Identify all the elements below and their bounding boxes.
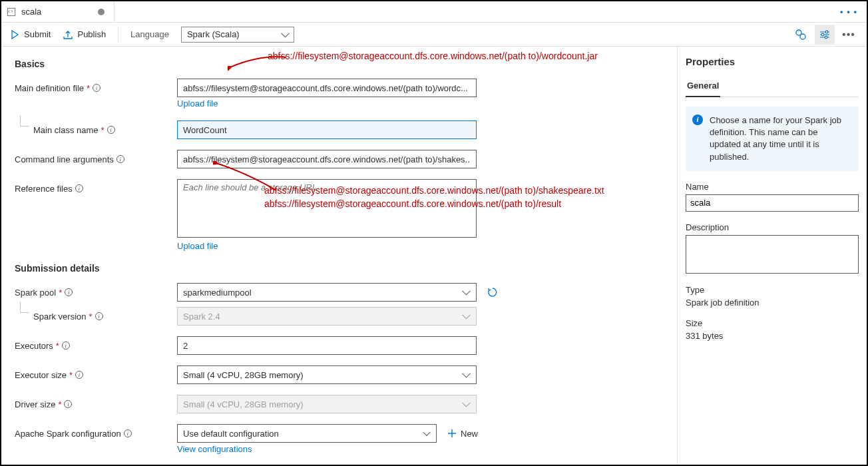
name-input[interactable] [686,194,859,212]
label-main-class: Main class name [33,125,99,135]
related-icon [795,29,807,41]
tab-overflow-button[interactable]: • • • [836,4,861,19]
publish-button[interactable]: Publish [63,29,106,40]
svg-point-4 [821,33,824,36]
required-star: * [56,341,59,351]
label-main-def: Main definition file [15,83,84,93]
properties-title: Properties [686,56,859,67]
code-file-icon [7,7,16,17]
label-executor-size: Executor size [15,370,67,380]
info-icon[interactable]: i [75,371,83,379]
tab-general[interactable]: General [686,75,720,97]
required-star: * [69,370,73,380]
spark-pool-select[interactable]: sparkmediumpool [177,283,477,302]
label-spark-version: Spark version [33,312,86,322]
executors-input[interactable] [177,336,477,355]
executor-size-select[interactable]: Small (4 vCPU, 28GB memory) [177,365,477,384]
reference-files-textarea[interactable] [177,179,477,238]
label-driver-size: Driver size [15,399,55,409]
label-spark-config: Apache Spark configuration [15,429,121,439]
main-form-pane: abfss://filesystem@storageaccount.dfs.co… [1,47,677,465]
info-icon[interactable]: i [65,288,73,296]
language-select[interactable]: Spark (Scala) [181,27,294,43]
divider [118,27,118,42]
sliders-icon [819,29,831,41]
play-icon [9,29,20,40]
label-name: Name [686,182,859,192]
related-items-button[interactable] [791,25,811,45]
info-icon[interactable]: i [95,312,103,320]
spark-config-select[interactable]: Use default configuration [177,424,437,443]
svg-point-2 [800,34,805,39]
label-type: Type [686,285,859,295]
refresh-pool-button[interactable] [485,284,501,300]
more-actions-button[interactable]: ••• [839,25,859,45]
type-value: Spark job definition [686,298,859,308]
required-star: * [89,312,92,322]
plus-icon [447,429,457,438]
svg-point-3 [825,31,828,33]
info-icon[interactable]: i [93,84,101,92]
info-icon[interactable]: i [124,429,132,437]
new-config-button[interactable]: New [447,429,478,439]
description-textarea[interactable] [686,235,859,274]
label-ref-files: Reference files [15,184,73,194]
required-star: * [87,83,90,93]
info-message: i Choose a name for your Spark job defin… [686,107,859,171]
info-icon[interactable]: i [62,342,70,350]
label-cmd-args: Command line arguments [15,154,114,164]
svg-point-5 [825,36,827,39]
section-submission: Submission details [15,263,664,274]
label-size: Size [686,318,859,328]
tab-title: scala [21,7,93,17]
more-dots-icon: ••• [842,29,855,41]
required-star: * [58,399,61,409]
cmd-args-input[interactable] [177,150,477,168]
info-icon[interactable]: i [75,184,83,192]
section-basics: Basics [15,59,664,69]
main-class-input[interactable] [177,120,477,139]
required-star: * [59,288,62,298]
label-executors: Executors [15,341,53,351]
required-star: * [101,125,105,135]
language-label: Language [130,29,169,39]
info-icon[interactable]: i [116,155,124,163]
label-spark-pool: Spark pool [15,288,56,298]
publish-icon [63,29,73,40]
view-configurations-link[interactable]: View configurations [177,444,252,454]
label-description: Description [686,222,859,232]
main-definition-input[interactable] [177,79,477,97]
upload-ref-link[interactable]: Upload file [177,241,218,251]
driver-size-select: Small (4 vCPU, 28GB memory) [177,395,477,413]
info-icon[interactable]: i [64,400,72,408]
tab-scala[interactable]: scala [1,1,114,22]
toolbar: Submit Publish Language Spark (Scala) ••… [1,23,867,47]
unsaved-indicator-icon [98,9,105,15]
info-badge-icon: i [692,115,703,125]
spark-version-select: Spark 2.4 [177,307,477,326]
settings-pane-button[interactable] [815,25,835,45]
refresh-icon [487,286,499,298]
properties-pane: Properties General i Choose a name for y… [677,47,867,465]
info-icon[interactable]: i [107,126,115,134]
submit-button[interactable]: Submit [9,29,51,40]
size-value: 331 bytes [686,331,859,341]
upload-main-def-link[interactable]: Upload file [177,99,218,109]
tab-bar: scala • • • [1,1,867,23]
